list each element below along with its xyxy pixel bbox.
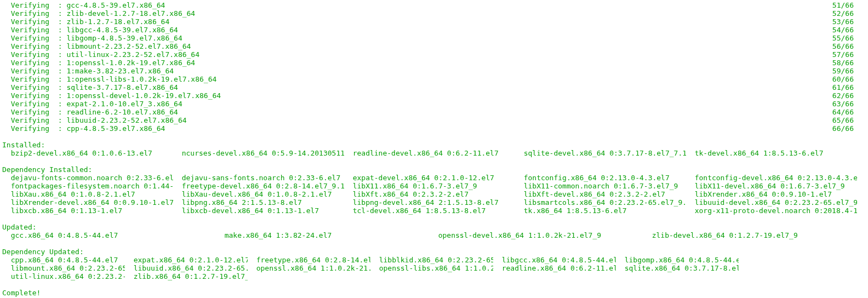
package-row: gcc.x86_64 0:4.8.5-44.el7 make.x86_64 1:… bbox=[2, 231, 857, 239]
verifying-label: Verifying : gcc-4.8.5-39.el7.x86_64 bbox=[2, 1, 165, 9]
updated-section: Updated: gcc.x86_64 0:4.8.5-44.el7 make.… bbox=[2, 223, 868, 239]
verifying-count: 57/66 bbox=[832, 50, 855, 59]
verifying-label: Verifying : libmount-2.23.2-52.el7.x86_6… bbox=[2, 42, 191, 50]
package-cell: fontconfig.x86_64 0:2.13.0-4.3.el7 bbox=[515, 174, 686, 182]
package-cell: ncurses-devel.x86_64 0:5.9-14.20130511.e… bbox=[173, 149, 344, 157]
verifying-count: 66/66 bbox=[832, 124, 855, 133]
package-row: libxcb.x86_64 0:1.13-1.el7 libxcb-devel.… bbox=[2, 207, 857, 215]
verifying-row: Verifying : util-linux-2.23.2-52.el7.x86… bbox=[2, 50, 855, 59]
package-cell: libpng-devel.x86_64 2:1.5.13-8.el7 bbox=[344, 198, 515, 207]
package-cell: readline-devel.x86_64 0:6.2-11.el7 bbox=[344, 149, 515, 157]
package-cell: freetype-devel.x86_64 0:2.8-14.el7_9.1 bbox=[173, 182, 344, 190]
package-cell: fontpackages-filesystem.noarch 0:1.44-8.… bbox=[2, 182, 173, 190]
package-row: dejavu-fonts-common.noarch 0:2.33-6.el7 … bbox=[2, 174, 857, 182]
verifying-label: Verifying : sqlite-3.7.17-8.el7.x86_64 bbox=[2, 83, 178, 91]
verifying-count: 56/66 bbox=[832, 42, 855, 50]
package-cell: libxcb-devel.x86_64 0:1.13-1.el7 bbox=[173, 207, 344, 215]
package-cell: readline.x86_64 0:6.2-11.el7 bbox=[493, 264, 616, 272]
package-cell bbox=[248, 272, 370, 280]
package-cell: zlib-devel.x86_64 0:1.2.7-19.el7_9 bbox=[643, 231, 857, 239]
dep-updated-body: cpp.x86_64 0:4.8.5-44.el7 expat.x86_64 0… bbox=[2, 256, 868, 280]
verifying-row: Verifying : cpp-4.8.5-39.el7.x86_6466/66 bbox=[2, 124, 855, 133]
package-row: bzip2-devel.x86_64 0:1.0.6-13.el7 ncurse… bbox=[2, 149, 857, 157]
package-cell: make.x86_64 1:3.82-24.el7 bbox=[216, 231, 430, 239]
verifying-row: Verifying : 1:openssl-1.0.2k-19.el7.x86_… bbox=[2, 59, 855, 67]
package-cell: bzip2-devel.x86_64 0:1.0.6-13.el7 bbox=[2, 149, 173, 157]
package-cell: libX11-devel.x86_64 0:1.6.7-3.el7_9 bbox=[686, 182, 857, 190]
verifying-row: Verifying : 1:make-3.82-23.el7.x86_6459/… bbox=[2, 67, 855, 75]
package-row: libmount.x86_64 0:2.23.2-65.el7_9.1 libu… bbox=[2, 264, 857, 272]
verifying-row: Verifying : sqlite-3.7.17-8.el7.x86_6461… bbox=[2, 83, 855, 91]
package-cell: openssl-libs.x86_64 1:1.0.2k-21.el7_9 bbox=[370, 264, 493, 272]
dep-installed-section: Dependency Installed: dejavu-fonts-commo… bbox=[2, 165, 868, 215]
verifying-count: 54/66 bbox=[832, 26, 855, 34]
package-cell: libgcc.x86_64 0:4.8.5-44.el7 bbox=[493, 256, 616, 264]
package-cell: zlib.x86_64 0:1.2.7-19.el7_9 bbox=[125, 272, 248, 280]
package-cell: libX11.x86_64 0:1.6.7-3.el7_9 bbox=[344, 182, 515, 190]
verifying-row: Verifying : libuuid-2.23.2-52.el7.x86_64… bbox=[2, 116, 855, 124]
package-cell: libuuid.x86_64 0:2.23.2-65.el7_9.1 bbox=[125, 264, 248, 272]
verifying-row: Verifying : libgomp-4.8.5-39.el7.x86_645… bbox=[2, 34, 855, 42]
package-cell: libuuid-devel.x86_64 0:2.23.2-65.el7_9.1 bbox=[686, 198, 857, 207]
package-row: util-linux.x86_64 0:2.23.2-65.el7_9.1 zl… bbox=[2, 272, 857, 280]
installed-section: Installed: bzip2-devel.x86_64 0:1.0.6-13… bbox=[2, 141, 868, 157]
package-cell: libsmartcols.x86_64 0:2.23.2-65.el7_9.1 bbox=[515, 198, 686, 207]
verifying-row: Verifying : readline-6.2-10.el7.x86_6464… bbox=[2, 108, 855, 116]
verifying-block: Verifying : gcc-4.8.5-39.el7.x86_6451/66… bbox=[2, 1, 868, 133]
package-cell bbox=[493, 272, 616, 280]
verifying-count: 61/66 bbox=[832, 83, 855, 91]
terminal-output: Verifying : gcc-4.8.5-39.el7.x86_6451/66… bbox=[0, 0, 868, 297]
verifying-row: Verifying : libmount-2.23.2-52.el7.x86_6… bbox=[2, 42, 855, 50]
verifying-count: 65/66 bbox=[832, 116, 855, 124]
package-row: fontpackages-filesystem.noarch 0:1.44-8.… bbox=[2, 182, 857, 190]
verifying-count: 63/66 bbox=[832, 100, 855, 108]
dep-installed-body: dejavu-fonts-common.noarch 0:2.33-6.el7 … bbox=[2, 174, 868, 215]
package-cell bbox=[616, 272, 739, 280]
verifying-count: 51/66 bbox=[832, 1, 855, 9]
verifying-count: 52/66 bbox=[832, 9, 855, 18]
package-cell: dejavu-sans-fonts.noarch 0:2.33-6.el7 bbox=[173, 174, 344, 182]
verifying-count: 55/66 bbox=[832, 34, 855, 42]
verifying-row: Verifying : expat-2.1.0-10.el7_3.x86_646… bbox=[2, 100, 855, 108]
verifying-label: Verifying : 1:make-3.82-23.el7.x86_64 bbox=[2, 67, 174, 75]
package-cell: gcc.x86_64 0:4.8.5-44.el7 bbox=[2, 231, 216, 239]
package-cell: tk-devel.x86_64 1:8.5.13-6.el7 bbox=[686, 149, 857, 157]
verifying-row: Verifying : zlib-devel-1.2.7-18.el7.x86_… bbox=[2, 9, 855, 18]
package-cell: cpp.x86_64 0:4.8.5-44.el7 bbox=[2, 256, 125, 264]
package-cell: dejavu-fonts-common.noarch 0:2.33-6.el7 bbox=[2, 174, 173, 182]
package-cell: libXau-devel.x86_64 0:1.0.8-2.1.el7 bbox=[173, 190, 344, 198]
package-cell: libgomp.x86_64 0:4.8.5-44.el7 bbox=[616, 256, 739, 264]
verifying-label: Verifying : util-linux-2.23.2-52.el7.x86… bbox=[2, 50, 199, 59]
verifying-row: Verifying : zlib-1.2.7-18.el7.x86_6453/6… bbox=[2, 18, 855, 26]
package-cell: libblkid.x86_64 0:2.23.2-65.el7_9.1 bbox=[370, 256, 493, 264]
package-row: libXau.x86_64 0:1.0.8-2.1.el7 libXau-dev… bbox=[2, 190, 857, 198]
package-cell: libXrender.x86_64 0:0.9.10-1.el7 bbox=[686, 190, 857, 198]
package-cell: libXft.x86_64 0:2.3.2-2.el7 bbox=[344, 190, 515, 198]
package-row: libXrender-devel.x86_64 0:0.9.10-1.el7 l… bbox=[2, 198, 857, 207]
verifying-row: Verifying : 1:openssl-devel-1.0.2k-19.el… bbox=[2, 91, 855, 100]
package-cell: openssl-devel.x86_64 1:1.0.2k-21.el7_9 bbox=[430, 231, 643, 239]
package-cell: xorg-x11-proto-devel.noarch 0:2018.4-1.e… bbox=[686, 207, 857, 215]
verifying-label: Verifying : libgomp-4.8.5-39.el7.x86_64 bbox=[2, 34, 182, 42]
package-cell: expat.x86_64 0:2.1.0-12.el7 bbox=[125, 256, 248, 264]
verifying-label: Verifying : zlib-devel-1.2.7-18.el7.x86_… bbox=[2, 9, 195, 18]
installed-body: bzip2-devel.x86_64 0:1.0.6-13.el7 ncurse… bbox=[2, 149, 868, 157]
updated-body: gcc.x86_64 0:4.8.5-44.el7 make.x86_64 1:… bbox=[2, 231, 868, 239]
package-cell: util-linux.x86_64 0:2.23.2-65.el7_9.1 bbox=[2, 272, 125, 280]
package-cell: tcl-devel.x86_64 1:8.5.13-8.el7 bbox=[344, 207, 515, 215]
verifying-label: Verifying : 1:openssl-libs-1.0.2k-19.el7… bbox=[2, 75, 216, 83]
package-cell: tk.x86_64 1:8.5.13-6.el7 bbox=[515, 207, 686, 215]
package-cell: libXft-devel.x86_64 0:2.3.2-2.el7 bbox=[515, 190, 686, 198]
verifying-label: Verifying : zlib-1.2.7-18.el7.x86_64 bbox=[2, 18, 169, 26]
dep-updated-title: Dependency Updated: bbox=[2, 248, 868, 256]
package-cell: libpng.x86_64 2:1.5.13-8.el7 bbox=[173, 198, 344, 207]
verifying-count: 53/66 bbox=[832, 18, 855, 26]
package-row: cpp.x86_64 0:4.8.5-44.el7 expat.x86_64 0… bbox=[2, 256, 857, 264]
verifying-label: Verifying : cpp-4.8.5-39.el7.x86_64 bbox=[2, 124, 165, 133]
verifying-count: 58/66 bbox=[832, 59, 855, 67]
package-cell: sqlite-devel.x86_64 0:3.7.17-8.el7_7.1 bbox=[515, 149, 686, 157]
verifying-label: Verifying : 1:openssl-1.0.2k-19.el7.x86_… bbox=[2, 59, 195, 67]
verifying-row: Verifying : 1:openssl-libs-1.0.2k-19.el7… bbox=[2, 75, 855, 83]
package-cell: sqlite.x86_64 0:3.7.17-8.el7_7.1 bbox=[616, 264, 739, 272]
verifying-count: 62/66 bbox=[832, 91, 855, 100]
